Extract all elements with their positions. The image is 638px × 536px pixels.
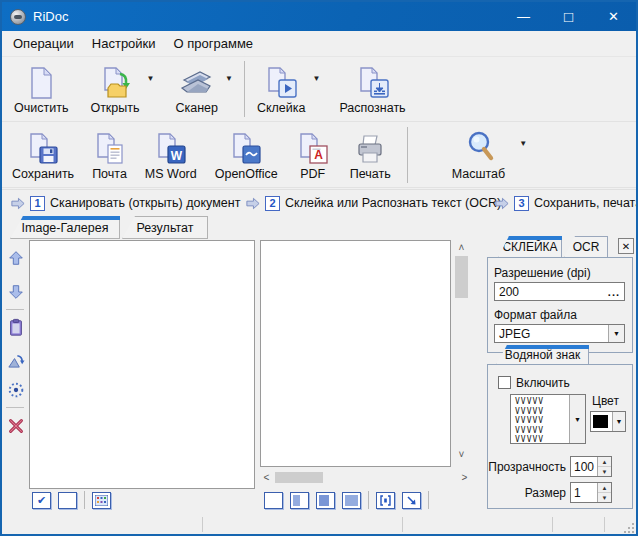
zoom-button[interactable]: Масштаб [448,126,509,184]
actual-size-button[interactable] [402,492,421,509]
window-title: RiDoc [33,9,68,24]
panel-close-button[interactable]: ✕ [618,238,634,254]
tab-image-gallery[interactable]: Image-Галерея [10,216,120,239]
status-separator [202,517,203,532]
merge-button[interactable]: Склейка [253,60,310,118]
print-button[interactable]: Печать [346,126,395,184]
ocr-recognize-icon [356,66,390,100]
recognize-button[interactable]: Распознать [335,60,409,118]
horizontal-scroll-thumb[interactable] [275,472,323,483]
zoom-dropdown-arrow[interactable]: ▼ [519,139,527,170]
spin-up-icon[interactable]: ▲ [598,483,611,493]
scanner-button[interactable]: Сканер [171,60,222,118]
resize-grip[interactable] [624,524,633,533]
ridoc-window: RiDoc — □ ✕ Операции Настройки О програм… [0,0,638,536]
preview-horizontal-scrollbar[interactable]: ˂ ˃ [260,470,471,485]
main-tab-strip: Image-Галерея Результат [2,215,482,239]
tab-watermark[interactable]: Водяной знак [496,345,589,365]
combo-arrow-icon[interactable]: ▼ [569,395,585,443]
view-full-page-button[interactable] [342,492,361,509]
gallery-tool-strip [2,239,29,514]
merge-pages-icon [264,66,298,100]
color-swatch [593,415,608,428]
toolbar-separator [407,127,408,183]
mini-separator [428,491,429,509]
tab-merge-settings[interactable]: СКЛЕЙКА [498,236,562,258]
combo-arrow-icon[interactable]: ▼ [608,325,624,342]
view-half-page-button[interactable] [290,492,309,509]
select-all-button[interactable]: ✔ [32,492,51,509]
format-label: Формат файла [494,308,577,322]
spin-up-icon[interactable]: ▲ [598,457,611,467]
pdf-icon: A [296,132,330,166]
maximize-button[interactable]: □ [546,2,591,31]
scroll-down-arrow[interactable]: ˅ [453,447,470,462]
resolution-more-button[interactable]: ... [608,286,624,298]
format-select[interactable]: JPEG ▼ [494,324,625,343]
scroll-left-arrow[interactable]: ˂ [260,470,273,485]
clear-button[interactable]: Очистить [10,60,72,118]
clipboard-button[interactable] [5,317,26,338]
spin-down-icon[interactable]: ▼ [598,467,611,476]
rotate-image-button[interactable] [5,349,26,370]
clipboard-icon [7,318,25,337]
open-button[interactable]: Открыть [86,60,143,118]
blank-page-icon [24,66,58,100]
brightness-button[interactable] [5,379,26,400]
pdf-button[interactable]: A PDF [292,126,334,184]
minimize-button[interactable]: — [501,2,546,31]
msword-icon: W [154,132,188,166]
toolbar-separator [244,61,245,117]
move-down-button[interactable] [5,281,26,302]
delete-button[interactable] [5,415,26,436]
strip-separator [6,407,24,408]
merge-dropdown-arrow[interactable]: ▼ [312,74,320,105]
workflow-steps-bar: 1 Сканировать (открыть) документ 2 Склей… [2,189,636,215]
mail-icon [92,132,126,166]
msword-button[interactable]: W MS Word [141,126,201,184]
watermark-pattern-select[interactable]: VVVVV VVVVV VVVVV VVVVV VVVVV ▼ [510,394,586,444]
openoffice-icon [229,132,263,166]
spin-down-icon[interactable]: ▼ [598,493,611,502]
preview-view-toolbar [264,490,429,510]
menu-operations[interactable]: Операции [4,33,83,54]
mini-separator [368,491,369,509]
fit-to-window-button[interactable] [376,492,395,509]
watermark-color-select[interactable]: ▼ [590,411,626,432]
openoffice-button[interactable]: OpenOffice [211,126,282,184]
scroll-right-arrow[interactable]: ˃ [458,470,471,485]
grid-icon [95,495,108,506]
save-icon [26,132,60,166]
status-separator [552,517,553,532]
deselect-all-button[interactable] [58,492,77,509]
size-spinner[interactable]: 1 ▲ ▼ [570,482,612,503]
move-up-button[interactable] [5,247,26,268]
step-1: 1 Сканировать (открыть) документ [10,190,240,216]
thumbnail-grid-button[interactable] [92,492,111,509]
rotate-icon [6,351,25,369]
resolution-input[interactable]: 200 ... [494,282,625,301]
tab-ocr-settings[interactable]: OCR [564,236,608,258]
menu-settings[interactable]: Настройки [83,33,165,54]
vertical-scroll-thumb[interactable] [455,256,468,298]
step-label: Склейка или Распознать текст (OCR) [285,196,501,210]
close-button[interactable]: ✕ [591,2,636,31]
view-empty-page-button[interactable] [264,492,283,509]
step-arrow-icon [245,197,260,210]
view-two-thirds-page-button[interactable] [316,492,335,509]
combo-arrow-icon[interactable]: ▼ [612,412,625,431]
tab-result[interactable]: Результат [122,216,208,239]
menu-about[interactable]: О программе [165,33,263,54]
app-icon [10,9,26,25]
watermark-enable-checkbox[interactable] [498,376,511,389]
fit-brackets-icon [380,495,391,506]
save-button[interactable]: Сохранить [8,126,78,184]
open-dropdown-arrow[interactable]: ▼ [147,74,155,105]
mail-button[interactable]: Почта [88,126,131,184]
status-separator [402,517,403,532]
opacity-spinner[interactable]: 100 ▲ ▼ [570,456,612,477]
scroll-up-arrow[interactable]: ˄ [453,240,470,255]
scanner-dropdown-arrow[interactable]: ▼ [225,74,233,105]
preview-vertical-scrollbar[interactable]: ˄ ˅ [453,240,470,462]
full-fill [345,495,358,506]
